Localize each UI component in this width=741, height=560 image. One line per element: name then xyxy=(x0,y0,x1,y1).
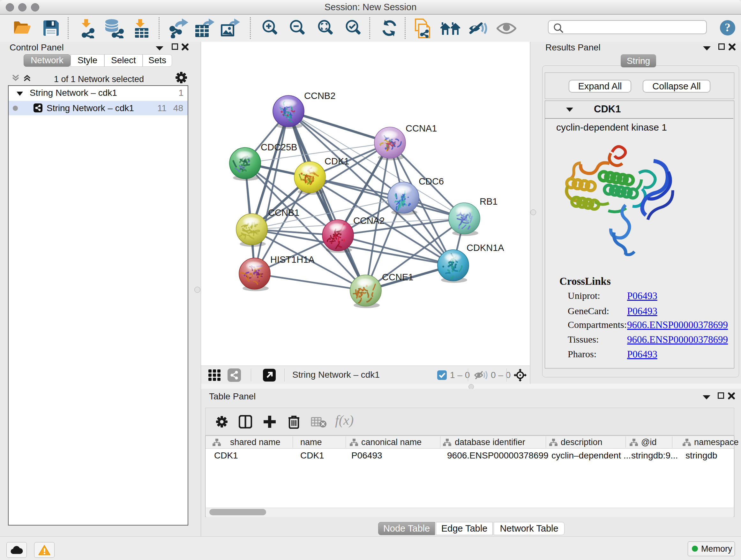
svg-text:CDC25B: CDC25B xyxy=(261,142,297,152)
svg-text:CCNA2: CCNA2 xyxy=(353,215,385,226)
svg-text:CCNA1: CCNA1 xyxy=(406,123,437,133)
svg-text:RB1: RB1 xyxy=(480,196,497,206)
svg-text:CCNB2: CCNB2 xyxy=(304,91,335,101)
svg-text:CCNE1: CCNE1 xyxy=(382,272,413,282)
svg-text:CDC6: CDC6 xyxy=(419,176,444,186)
svg-text:CDK1: CDK1 xyxy=(325,156,349,166)
svg-text:?: ? xyxy=(725,21,731,34)
svg-text:CCNB1: CCNB1 xyxy=(268,207,299,218)
svg-text:HIST1H1A: HIST1H1A xyxy=(270,254,315,265)
svg-text:CDKN1A: CDKN1A xyxy=(467,243,504,253)
